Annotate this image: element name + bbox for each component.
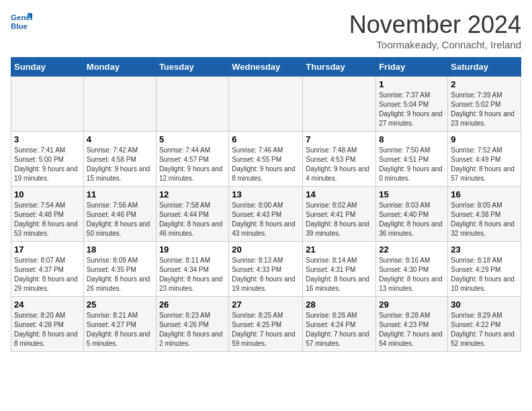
day-number: 30 — [451, 300, 518, 310]
calendar-cell: 14Sunrise: 8:02 AM Sunset: 4:41 PM Dayli… — [303, 187, 376, 242]
day-number: 12 — [159, 189, 226, 199]
calendar-cell: 24Sunrise: 8:20 AM Sunset: 4:28 PM Dayli… — [11, 297, 84, 352]
calendar-cell: 2Sunrise: 7:39 AM Sunset: 5:02 PM Daylig… — [448, 77, 521, 132]
calendar-cell: 10Sunrise: 7:54 AM Sunset: 4:48 PM Dayli… — [11, 187, 84, 242]
calendar-cell: 12Sunrise: 7:58 AM Sunset: 4:44 PM Dayli… — [156, 187, 228, 242]
day-info: Sunrise: 8:05 AM Sunset: 4:38 PM Dayligh… — [451, 201, 518, 238]
day-number: 6 — [232, 134, 300, 144]
location-subtitle: Toormakeady, Connacht, Ireland — [349, 39, 521, 50]
day-info: Sunrise: 7:56 AM Sunset: 4:46 PM Dayligh… — [87, 201, 153, 238]
day-number: 18 — [87, 244, 153, 255]
calendar-cell: 3Sunrise: 7:41 AM Sunset: 5:00 PM Daylig… — [11, 132, 84, 187]
day-number: 2 — [451, 79, 518, 89]
day-info: Sunrise: 8:03 AM Sunset: 4:40 PM Dayligh… — [379, 201, 445, 238]
weekday-header-saturday: Saturday — [448, 58, 521, 77]
month-title: November 2024 — [349, 11, 521, 39]
calendar-cell: 11Sunrise: 7:56 AM Sunset: 4:46 PM Dayli… — [83, 187, 156, 242]
day-number: 7 — [306, 134, 373, 144]
day-number: 10 — [14, 189, 81, 199]
day-info: Sunrise: 7:37 AM Sunset: 5:04 PM Dayligh… — [379, 91, 445, 128]
calendar-cell: 21Sunrise: 8:14 AM Sunset: 4:31 PM Dayli… — [303, 242, 376, 297]
calendar-cell: 5Sunrise: 7:44 AM Sunset: 4:57 PM Daylig… — [156, 132, 228, 187]
weekday-header-tuesday: Tuesday — [156, 58, 228, 77]
calendar-cell: 9Sunrise: 7:52 AM Sunset: 4:49 PM Daylig… — [448, 132, 521, 187]
calendar-table: SundayMondayTuesdayWednesdayThursdayFrid… — [11, 57, 521, 352]
calendar-cell — [156, 77, 228, 132]
weekday-header-monday: Monday — [83, 58, 156, 77]
calendar-week-row: 10Sunrise: 7:54 AM Sunset: 4:48 PM Dayli… — [11, 187, 521, 242]
day-info: Sunrise: 8:20 AM Sunset: 4:28 PM Dayligh… — [14, 311, 81, 349]
logo-icon: General Blue — [11, 11, 32, 32]
calendar-cell: 19Sunrise: 8:11 AM Sunset: 4:34 PM Dayli… — [156, 242, 228, 297]
day-info: Sunrise: 8:13 AM Sunset: 4:33 PM Dayligh… — [232, 256, 300, 293]
day-info: Sunrise: 8:14 AM Sunset: 4:31 PM Dayligh… — [306, 256, 373, 293]
day-info: Sunrise: 8:25 AM Sunset: 4:25 PM Dayligh… — [232, 311, 300, 349]
day-number: 25 — [87, 300, 153, 310]
weekday-header-thursday: Thursday — [303, 58, 376, 77]
day-number: 13 — [232, 189, 300, 199]
day-number: 29 — [379, 300, 445, 310]
day-info: Sunrise: 7:46 AM Sunset: 4:55 PM Dayligh… — [232, 146, 300, 183]
calendar-cell: 7Sunrise: 7:48 AM Sunset: 4:53 PM Daylig… — [303, 132, 376, 187]
day-info: Sunrise: 8:09 AM Sunset: 4:35 PM Dayligh… — [87, 256, 153, 293]
day-number: 23 — [451, 244, 518, 255]
calendar-week-row: 17Sunrise: 8:07 AM Sunset: 4:37 PM Dayli… — [11, 242, 521, 297]
day-info: Sunrise: 8:07 AM Sunset: 4:37 PM Dayligh… — [14, 256, 81, 293]
svg-text:Blue: Blue — [11, 22, 28, 30]
page-header: General Blue November 2024 Toormakeady, … — [11, 11, 521, 50]
day-info: Sunrise: 7:41 AM Sunset: 5:00 PM Dayligh… — [14, 146, 81, 183]
day-info: Sunrise: 8:28 AM Sunset: 4:23 PM Dayligh… — [379, 311, 445, 349]
calendar-cell: 15Sunrise: 8:03 AM Sunset: 4:40 PM Dayli… — [376, 187, 448, 242]
day-info: Sunrise: 7:50 AM Sunset: 4:51 PM Dayligh… — [379, 146, 445, 183]
day-number: 22 — [379, 244, 445, 255]
day-info: Sunrise: 8:26 AM Sunset: 4:24 PM Dayligh… — [306, 311, 373, 349]
calendar-cell: 23Sunrise: 8:18 AM Sunset: 4:29 PM Dayli… — [448, 242, 521, 297]
calendar-cell: 17Sunrise: 8:07 AM Sunset: 4:37 PM Dayli… — [11, 242, 84, 297]
calendar-cell: 26Sunrise: 8:23 AM Sunset: 4:26 PM Dayli… — [156, 297, 228, 352]
calendar-header-row: SundayMondayTuesdayWednesdayThursdayFrid… — [11, 58, 521, 77]
day-number: 11 — [87, 189, 153, 199]
day-number: 9 — [451, 134, 518, 144]
day-info: Sunrise: 8:16 AM Sunset: 4:30 PM Dayligh… — [379, 256, 445, 293]
day-info: Sunrise: 7:58 AM Sunset: 4:44 PM Dayligh… — [159, 201, 226, 238]
day-info: Sunrise: 7:54 AM Sunset: 4:48 PM Dayligh… — [14, 201, 81, 238]
logo: General Blue — [11, 11, 32, 32]
day-number: 21 — [306, 244, 373, 255]
calendar-cell: 20Sunrise: 8:13 AM Sunset: 4:33 PM Dayli… — [229, 242, 303, 297]
day-number: 8 — [379, 134, 445, 144]
weekday-header-friday: Friday — [376, 58, 448, 77]
day-info: Sunrise: 8:21 AM Sunset: 4:27 PM Dayligh… — [87, 311, 153, 349]
day-info: Sunrise: 8:00 AM Sunset: 4:43 PM Dayligh… — [232, 201, 300, 238]
day-info: Sunrise: 8:23 AM Sunset: 4:26 PM Dayligh… — [159, 311, 226, 349]
title-block: November 2024 Toormakeady, Connacht, Ire… — [349, 11, 521, 50]
day-number: 5 — [159, 134, 226, 144]
day-info: Sunrise: 8:18 AM Sunset: 4:29 PM Dayligh… — [451, 256, 518, 293]
day-number: 1 — [379, 79, 445, 89]
calendar-week-row: 24Sunrise: 8:20 AM Sunset: 4:28 PM Dayli… — [11, 297, 521, 352]
calendar-cell: 13Sunrise: 8:00 AM Sunset: 4:43 PM Dayli… — [229, 187, 303, 242]
day-number: 3 — [14, 134, 81, 144]
day-number: 27 — [232, 300, 300, 310]
calendar-cell: 18Sunrise: 8:09 AM Sunset: 4:35 PM Dayli… — [83, 242, 156, 297]
calendar-cell — [229, 77, 303, 132]
day-number: 14 — [306, 189, 373, 199]
day-number: 28 — [306, 300, 373, 310]
calendar-cell: 30Sunrise: 8:29 AM Sunset: 4:22 PM Dayli… — [448, 297, 521, 352]
day-number: 16 — [451, 189, 518, 199]
calendar-cell: 4Sunrise: 7:42 AM Sunset: 4:58 PM Daylig… — [83, 132, 156, 187]
calendar-cell: 22Sunrise: 8:16 AM Sunset: 4:30 PM Dayli… — [376, 242, 448, 297]
day-number: 19 — [159, 244, 226, 255]
day-info: Sunrise: 7:48 AM Sunset: 4:53 PM Dayligh… — [306, 146, 373, 183]
calendar-cell: 25Sunrise: 8:21 AM Sunset: 4:27 PM Dayli… — [83, 297, 156, 352]
calendar-cell — [303, 77, 376, 132]
calendar-body: 1Sunrise: 7:37 AM Sunset: 5:04 PM Daylig… — [11, 77, 521, 352]
day-number: 4 — [87, 134, 153, 144]
day-number: 24 — [14, 300, 81, 310]
weekday-header-wednesday: Wednesday — [229, 58, 303, 77]
calendar-cell: 16Sunrise: 8:05 AM Sunset: 4:38 PM Dayli… — [448, 187, 521, 242]
day-info: Sunrise: 8:02 AM Sunset: 4:41 PM Dayligh… — [306, 201, 373, 238]
calendar-cell: 27Sunrise: 8:25 AM Sunset: 4:25 PM Dayli… — [229, 297, 303, 352]
calendar-cell: 1Sunrise: 7:37 AM Sunset: 5:04 PM Daylig… — [376, 77, 448, 132]
day-number: 15 — [379, 189, 445, 199]
day-info: Sunrise: 7:44 AM Sunset: 4:57 PM Dayligh… — [159, 146, 226, 183]
